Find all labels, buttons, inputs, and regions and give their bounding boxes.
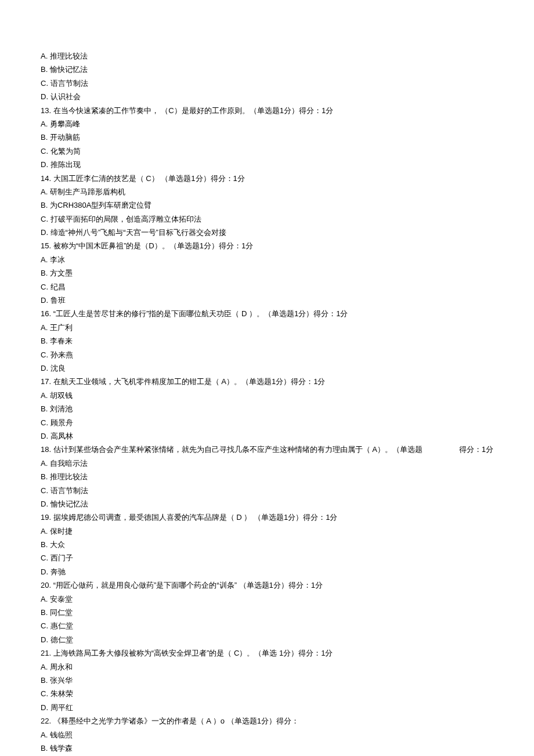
q13-option-b: B. 开动脑筋: [41, 131, 493, 144]
q18-option-d: D. 愉快记忆法: [41, 497, 493, 511]
q12-option-c: C. 语言节制法: [41, 77, 493, 90]
q15-option-d: D. 鲁班: [41, 294, 493, 307]
q19-option-b: B. 大众: [41, 538, 493, 551]
q14-option-a: A. 研制生产马蹄形盾构机: [41, 185, 493, 198]
q13-option-c: C. 化繁为简: [41, 144, 493, 158]
q19-option-c: C. 西门子: [41, 551, 493, 565]
q21-stem: 21. 上海铁路局工务大修段被称为“高铁安全焊卫者”的是（ C）。（单选 1分）…: [41, 646, 493, 660]
q19-stem: 19. 据埃姆尼德公司调查，最受德国人喜爱的汽车品牌是（ D ） （单选题1分）…: [41, 511, 493, 524]
q18-row: 18. 估计到某些场合会产生某种紧张情绪，就先为自己寻找几条不应产生这种情绪的有…: [41, 443, 493, 456]
q15-option-b: B. 方文墨: [41, 266, 493, 280]
q15-option-a: A. 李冰: [41, 253, 493, 266]
q20-option-b: B. 同仁堂: [41, 606, 493, 619]
q21-option-b: B. 张兴华: [41, 674, 493, 687]
q18-stem: 18. 估计到某些场合会产生某种紧张情绪，就先为自己寻找几条不应产生这种情绪的有…: [41, 443, 423, 456]
q14-option-b: B. 为CRH380A型列车研磨定位臂: [41, 198, 493, 212]
q15-option-c: C. 纪昌: [41, 280, 493, 294]
q16-stem: 16. “工匠人生是苦尽甘来的修行”指的是下面哪位航天功臣（ D ）。（单选题1…: [41, 307, 493, 320]
q14-stem: 14. 大国工匠李仁清的技艺是（ C） （单选题1分）得分：1分: [41, 172, 493, 185]
q13-stem: 13. 在当今快速紧凑的工作节奏中， （C）是最好的工作原则。（单选题1分）得分…: [41, 104, 493, 117]
q17-stem: 17. 在航天工业领域，大飞机零件精度加工的钳工是（ A）。（单选题1分）得分：…: [41, 375, 493, 388]
q18-trailing-score: 得分：1分: [459, 443, 493, 456]
q16-option-c: C. 孙来燕: [41, 348, 493, 361]
q20-option-d: D. 德仁堂: [41, 633, 493, 646]
q17-option-c: C. 顾景舟: [41, 416, 493, 429]
q12-option-a: A. 推理比较法: [41, 49, 493, 63]
q20-option-a: A. 安泰堂: [41, 592, 493, 606]
q19-option-d: D. 奔驰: [41, 565, 493, 578]
q15-stem: 15. 被称为“中国木匠鼻祖”的是（D）。（单选题1分）得分：1分: [41, 239, 493, 252]
q17-option-d: D. 高凤林: [41, 429, 493, 443]
q21-option-c: C. 朱林荣: [41, 687, 493, 700]
q12-option-d: D. 认识社会: [41, 90, 493, 103]
q21-option-d: D. 周平红: [41, 701, 493, 714]
q20-option-c: C. 惠仁堂: [41, 619, 493, 632]
q18-option-c: C. 语言节制法: [41, 484, 493, 497]
q20-stem: 20. “用匠心做药，就是用良心做药”是下面哪个药企的“训条” （单选题1分）得…: [41, 578, 493, 592]
q21-option-a: A. 周永和: [41, 660, 493, 674]
q16-option-b: B. 李春来: [41, 334, 493, 348]
q13-option-d: D. 推陈出现: [41, 158, 493, 171]
q14-option-d: D. 缔造“神州八号”飞船与“天宫一号”目标飞行器交会对接: [41, 226, 493, 239]
q22-option-a: A. 钱临照: [41, 728, 493, 741]
q17-option-b: B. 刘清池: [41, 402, 493, 415]
q18-option-b: B. 推理比较法: [41, 470, 493, 483]
q12-option-b: B. 愉快记忆法: [41, 63, 493, 76]
q16-option-a: A. 王广利: [41, 321, 493, 334]
q18-option-a: A. 自我暗示法: [41, 457, 493, 470]
q17-option-a: A. 胡双钱: [41, 389, 493, 402]
q13-option-a: A. 勇攀高峰: [41, 117, 493, 131]
q22-option-b: B. 钱学森: [41, 741, 493, 755]
q16-option-d: D. 沈良: [41, 361, 493, 375]
q14-option-c: C. 打破平面拓印的局限，创造高浮雕立体拓印法: [41, 212, 493, 226]
q19-option-a: A. 保时捷: [41, 525, 493, 538]
q22-stem: 22. 《释墨经中之光学力学诸条》一文的作者是（ A ）o （单选题1分）得分：: [41, 714, 493, 728]
